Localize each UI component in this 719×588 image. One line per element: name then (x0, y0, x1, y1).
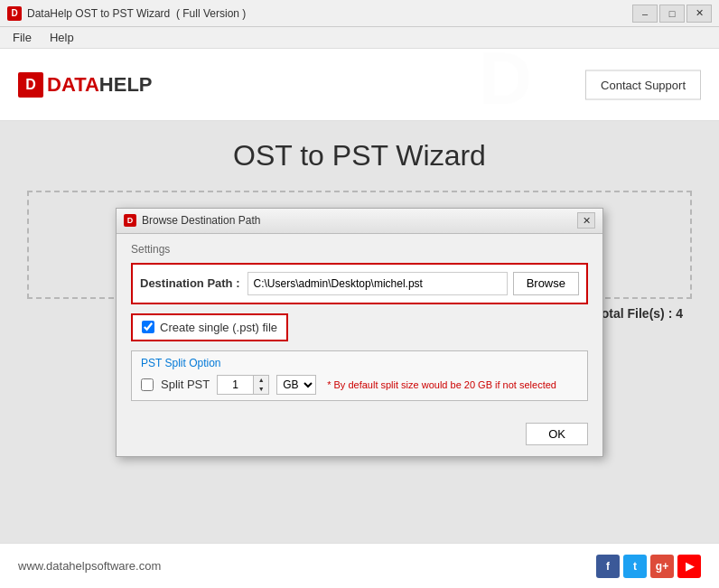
split-number-wrapper: ▲ ▼ (217, 375, 269, 395)
main-content: OST to PST Wizard Total File(s) : 4 Conv… (0, 121, 719, 543)
pst-split-section: PST Split Option Split PST ▲ ▼ GB (131, 350, 588, 401)
ok-button[interactable]: OK (526, 423, 588, 445)
dest-path-input[interactable] (247, 272, 508, 295)
googleplus-icon[interactable]: g+ (650, 555, 674, 578)
split-pst-checkbox[interactable] (141, 378, 154, 391)
dialog-title-bar: D Browse Destination Path ✕ (117, 209, 602, 234)
spinner-up[interactable]: ▲ (254, 376, 268, 385)
dialog-body: Settings Destination Path : Browse Creat… (117, 234, 602, 415)
create-single-checkbox[interactable] (142, 321, 154, 333)
logo-text: DATAHELP (47, 73, 153, 97)
svg-text:D: D (480, 42, 533, 119)
menu-file[interactable]: File (4, 29, 41, 46)
split-note: * By default split size would be 20 GB i… (327, 379, 556, 390)
create-single-section: Create single (.pst) file (131, 313, 288, 341)
dest-path-label: Destination Path : (140, 276, 240, 290)
browse-button[interactable]: Browse (513, 272, 579, 295)
footer-url: www.datahelpsoftware.com (18, 559, 161, 573)
social-icons: f t g+ ▶ (596, 555, 701, 578)
settings-label: Settings (131, 243, 588, 256)
dialog-icon: D (124, 214, 136, 227)
create-single-label: Create single (.pst) file (160, 321, 277, 334)
header: D DATAHELP D Contact Support (0, 49, 719, 121)
watermark: D (475, 42, 556, 127)
dialog-footer: OK (117, 415, 602, 456)
facebook-icon[interactable]: f (596, 555, 620, 578)
pst-split-row: Split PST ▲ ▼ GB * By default split size… (141, 375, 578, 395)
window-controls: – □ ✕ (632, 5, 712, 23)
destination-path-section: Destination Path : Browse (131, 263, 588, 304)
menu-bar: File Help (0, 27, 719, 49)
spinner-down[interactable]: ▼ (254, 385, 268, 394)
logo: D DATAHELP (18, 72, 153, 98)
logo-icon: D (18, 72, 43, 98)
split-number-input[interactable] (217, 375, 253, 395)
dialog-title: Browse Destination Path (142, 214, 577, 227)
app-title: DataHelp OST to PST Wizard ( Full Versio… (27, 7, 632, 20)
dialog-close-button[interactable]: ✕ (577, 212, 595, 229)
close-button[interactable]: ✕ (686, 5, 712, 23)
modal-overlay: D Browse Destination Path ✕ Settings Des… (0, 121, 719, 543)
menu-help[interactable]: Help (41, 29, 83, 46)
minimize-button[interactable]: – (632, 5, 658, 23)
pst-split-title: PST Split Option (141, 357, 578, 369)
spinners: ▲ ▼ (253, 375, 269, 395)
unit-select[interactable]: GB (276, 375, 316, 395)
footer: www.datahelpsoftware.com f t g+ ▶ (0, 543, 719, 588)
youtube-icon[interactable]: ▶ (677, 555, 701, 578)
contact-support-button[interactable]: Contact Support (585, 70, 701, 99)
twitter-icon[interactable]: t (623, 555, 647, 578)
browse-dialog: D Browse Destination Path ✕ Settings Des… (116, 208, 603, 457)
title-bar: D DataHelp OST to PST Wizard ( Full Vers… (0, 0, 719, 27)
app-icon: D (7, 6, 22, 21)
maximize-button[interactable]: □ (659, 5, 685, 23)
split-pst-label: Split PST (161, 378, 210, 391)
